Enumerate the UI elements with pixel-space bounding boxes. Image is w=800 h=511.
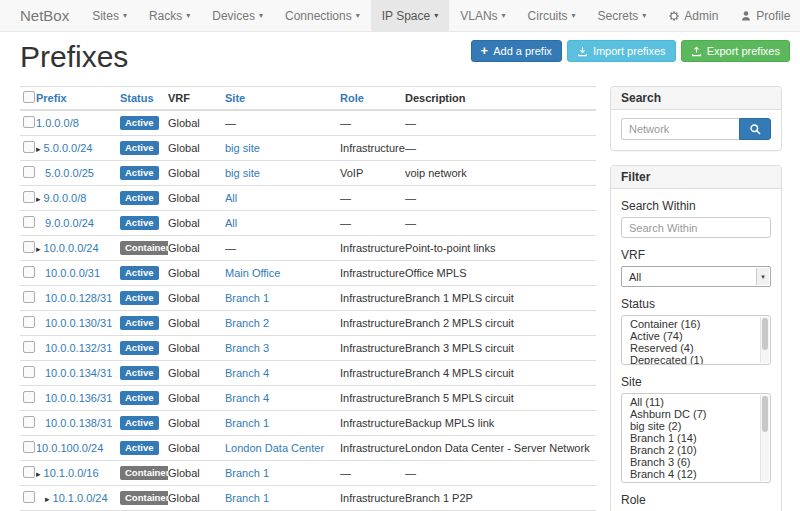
row-checkbox[interactable] xyxy=(23,366,35,378)
site-link[interactable]: big site xyxy=(225,142,260,154)
prefix-link[interactable]: 10.1.0.0/24 xyxy=(53,492,108,504)
site-link[interactable]: Branch 1 xyxy=(225,492,269,504)
status-options: Container (16)Active (74)Reserved (4)Dep… xyxy=(622,316,770,365)
option-deprecated-1[interactable]: Deprecated (1) xyxy=(630,355,758,365)
nav-item-racks[interactable]: Racks▾ xyxy=(138,0,201,31)
prefix-link[interactable]: 10.0.100.0/24 xyxy=(36,442,103,454)
row-checkbox[interactable] xyxy=(23,291,35,303)
vrf-select[interactable]: All ▾ xyxy=(621,266,771,287)
site-link[interactable]: Branch 4 xyxy=(225,392,269,404)
site-link[interactable]: Main Office xyxy=(225,267,280,279)
description-cell: Branch 1 P2P xyxy=(405,486,596,511)
nav-item-vlans[interactable]: VLANs▾ xyxy=(449,0,516,31)
column-header-role[interactable]: Role xyxy=(340,92,364,104)
option-ashburn-dc-7[interactable]: Ashburn DC (7) xyxy=(630,409,758,421)
prefix-link[interactable]: 10.0.0.0/31 xyxy=(45,267,100,279)
expand-arrow-icon[interactable]: ▸ xyxy=(36,243,41,255)
nav-item-admin[interactable]: Admin xyxy=(657,0,729,31)
nav-item-secrets[interactable]: Secrets▾ xyxy=(587,0,658,31)
site-cell: All xyxy=(225,211,340,236)
site-cell: — xyxy=(225,236,340,261)
row-checkbox[interactable] xyxy=(23,491,35,503)
site-link[interactable]: Branch 2 xyxy=(225,317,269,329)
row-checkbox[interactable] xyxy=(23,391,35,403)
row-checkbox[interactable] xyxy=(23,141,35,153)
prefix-link[interactable]: 10.0.0.128/31 xyxy=(45,292,112,304)
option-active-74[interactable]: Active (74) xyxy=(630,331,758,343)
vrf-selected-value: All xyxy=(629,271,641,283)
nav-item-circuits[interactable]: Circuits▾ xyxy=(517,0,587,31)
prefix-link[interactable]: 10.0.0.136/31 xyxy=(45,392,112,404)
prefix-link[interactable]: 10.1.0.0/16 xyxy=(44,467,99,479)
brand-link[interactable]: NetBox xyxy=(14,0,81,31)
add-a-prefix-button[interactable]: +Add a prefix xyxy=(471,40,562,62)
row-checkbox[interactable] xyxy=(23,341,35,353)
nav-item-connections[interactable]: Connections▾ xyxy=(274,0,371,31)
prefix-cell: 10.0.0.128/31 xyxy=(36,286,120,311)
option-branch-1-14[interactable]: Branch 1 (14) xyxy=(630,433,758,445)
prefix-link[interactable]: 10.0.0.138/31 xyxy=(45,417,112,429)
site-link[interactable]: Branch 4 xyxy=(225,367,269,379)
prefix-link[interactable]: 1.0.0.0/8 xyxy=(36,117,79,129)
column-header-site[interactable]: Site xyxy=(225,92,245,104)
option-branch-2-10[interactable]: Branch 2 (10) xyxy=(630,445,758,457)
prefix-link[interactable]: 5.0.0.0/24 xyxy=(44,142,93,154)
expand-arrow-icon[interactable]: ▸ xyxy=(36,468,41,480)
nav-item-profile[interactable]: Profile xyxy=(729,0,800,31)
export-prefixes-button[interactable]: Export prefixes xyxy=(681,40,790,62)
expand-arrow-icon[interactable]: ▸ xyxy=(36,193,41,205)
option-container-16[interactable]: Container (16) xyxy=(630,319,758,331)
site-link[interactable]: Branch 1 xyxy=(225,467,269,479)
site-listbox[interactable]: All (11)Ashburn DC (7)big site (2)Branch… xyxy=(621,393,771,483)
status-cell: Active xyxy=(120,411,168,436)
site-link[interactable]: London Data Center xyxy=(225,442,324,454)
site-link[interactable]: big site xyxy=(225,167,260,179)
prefix-link[interactable]: 10.0.0.0/24 xyxy=(44,242,99,254)
row-checkbox[interactable] xyxy=(23,441,35,453)
search-button[interactable] xyxy=(739,118,771,140)
option-branch-5-7[interactable]: Branch 5 (7) xyxy=(630,481,758,483)
scrollbar-thumb[interactable] xyxy=(762,396,768,432)
row-checkbox[interactable] xyxy=(23,316,35,328)
row-checkbox[interactable] xyxy=(23,241,35,253)
status-listbox[interactable]: Container (16)Active (74)Reserved (4)Dep… xyxy=(621,315,771,365)
prefix-link[interactable]: 10.0.0.130/31 xyxy=(45,317,112,329)
row-checkbox[interactable] xyxy=(23,416,35,428)
column-header-status[interactable]: Status xyxy=(120,92,154,104)
site-link[interactable]: Branch 1 xyxy=(225,417,269,429)
search-input[interactable] xyxy=(621,118,739,140)
prefix-link[interactable]: 9.0.0.0/8 xyxy=(44,192,87,204)
expand-arrow-icon[interactable]: ▸ xyxy=(36,143,41,155)
nav-item-sites[interactable]: Sites▾ xyxy=(81,0,138,31)
row-checkbox[interactable] xyxy=(23,116,35,128)
nav-item-ip-space[interactable]: IP Space▾ xyxy=(371,0,450,31)
status-badge: Active xyxy=(120,116,159,130)
row-checkbox[interactable] xyxy=(23,216,35,228)
site-link[interactable]: All xyxy=(225,217,237,229)
prefix-link[interactable]: 10.0.0.132/31 xyxy=(45,342,112,354)
row-checkbox[interactable] xyxy=(23,166,35,178)
prefix-link[interactable]: 9.0.0.0/24 xyxy=(45,217,94,229)
column-header-prefix[interactable]: Prefix xyxy=(36,92,67,104)
row-checkbox[interactable] xyxy=(23,466,35,478)
select-all-checkbox[interactable] xyxy=(23,91,35,103)
site-link[interactable]: Branch 3 xyxy=(225,342,269,354)
row-checkbox[interactable] xyxy=(23,266,35,278)
nav-item-devices[interactable]: Devices▾ xyxy=(201,0,274,31)
scrollbar-thumb[interactable] xyxy=(762,318,768,350)
import-prefixes-button[interactable]: Import prefixes xyxy=(567,40,676,62)
option-reserved-4[interactable]: Reserved (4) xyxy=(630,343,758,355)
option-all-11[interactable]: All (11) xyxy=(630,397,758,409)
row-checkbox[interactable] xyxy=(23,191,35,203)
site-link[interactable]: All xyxy=(225,192,237,204)
site-link[interactable]: Branch 1 xyxy=(225,292,269,304)
expand-arrow-icon[interactable]: ▸ xyxy=(45,493,50,505)
prefix-link[interactable]: 10.0.0.134/31 xyxy=(45,367,112,379)
prefix-cell: ▸10.1.0.0/16 xyxy=(36,461,120,486)
prefix-link[interactable]: 5.0.0.0/25 xyxy=(45,167,94,179)
option-branch-4-12[interactable]: Branch 4 (12) xyxy=(630,469,758,481)
option-big-site-2[interactable]: big site (2) xyxy=(630,421,758,433)
search-within-input[interactable] xyxy=(621,217,771,238)
button-label: Import prefixes xyxy=(593,45,666,57)
option-branch-3-6[interactable]: Branch 3 (6) xyxy=(630,457,758,469)
